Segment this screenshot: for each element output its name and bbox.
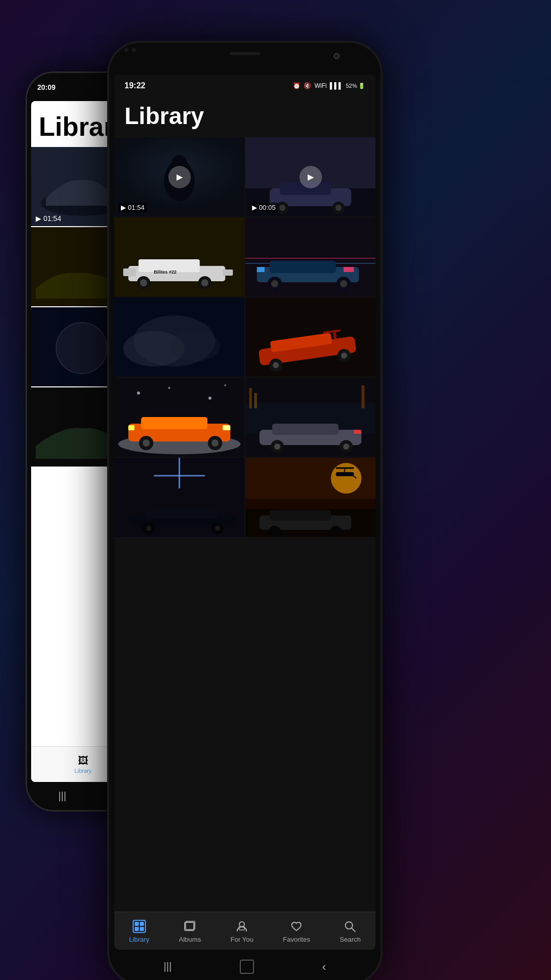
svg-point-23 <box>336 205 342 211</box>
grid-cell-3[interactable]: Bilites #22 <box>114 217 244 297</box>
svg-point-21 <box>280 205 286 211</box>
speaker <box>230 52 260 55</box>
svg-point-82 <box>343 444 349 450</box>
svg-point-42 <box>340 280 347 287</box>
nav-item-library[interactable]: Library <box>129 919 149 943</box>
svg-rect-102 <box>270 510 331 521</box>
grid-cell-9[interactable] <box>114 458 244 537</box>
svg-point-70 <box>209 397 212 400</box>
nav-item-albums[interactable]: Albums <box>179 919 201 943</box>
main-phone: 19:22 ⏰ 🔇 WiFi ▌▌▌ 52%🔋 Library <box>107 41 383 980</box>
svg-point-48 <box>169 331 220 361</box>
grid-cell-2[interactable]: ▶ ▶ 00:05 <box>245 137 375 216</box>
duration-2: ▶ 00:05 <box>249 203 278 212</box>
svg-rect-28 <box>223 270 233 276</box>
svg-rect-109 <box>140 927 144 931</box>
wifi-icon: WiFi <box>314 82 327 89</box>
grid-cell-7[interactable] <box>114 378 244 457</box>
bg-nav-library: Library <box>74 768 92 774</box>
svg-rect-108 <box>135 927 139 931</box>
svg-text:Bilites #22: Bilites #22 <box>154 270 177 275</box>
favorites-icon <box>289 919 304 934</box>
svg-rect-24 <box>114 217 244 297</box>
svg-rect-27 <box>123 268 136 276</box>
app-header: Library <box>114 97 375 137</box>
nav-item-search[interactable]: Search <box>340 919 361 943</box>
svg-rect-66 <box>223 425 231 430</box>
nav-label-foryou: For You <box>231 936 254 943</box>
svg-point-32 <box>202 279 209 286</box>
svg-point-69 <box>168 387 170 389</box>
signal-icon: ▌▌▌ <box>330 82 343 89</box>
battery-icon: 52%🔋 <box>346 83 365 89</box>
svg-rect-83 <box>354 430 362 434</box>
hw-back: ‹ <box>322 960 326 974</box>
bg-nav-multitask: ||| <box>58 790 66 802</box>
nav-label-favorites: Favorites <box>283 936 310 943</box>
svg-point-80 <box>274 444 281 450</box>
svg-rect-106 <box>135 922 139 926</box>
svg-point-71 <box>224 384 227 386</box>
svg-point-90 <box>146 526 152 531</box>
foryou-icon <box>235 919 249 934</box>
svg-rect-67 <box>129 425 135 430</box>
svg-rect-88 <box>146 509 218 519</box>
grid-cell-10[interactable] <box>245 458 375 537</box>
play-button-1[interactable]: ▶ <box>168 166 191 188</box>
svg-rect-96 <box>336 472 354 476</box>
bg-status-time: 20:09 <box>37 83 56 91</box>
svg-rect-43 <box>344 267 354 272</box>
svg-rect-74 <box>249 388 252 408</box>
alarm-icon: ⏰ <box>293 82 300 89</box>
svg-rect-44 <box>257 267 265 272</box>
nav-label-albums: Albums <box>179 936 201 943</box>
hw-home <box>240 960 254 974</box>
svg-rect-76 <box>362 385 365 408</box>
svg-point-8 <box>56 323 107 374</box>
albums-icon <box>183 919 197 934</box>
nav-item-foryou[interactable]: For You <box>231 919 254 943</box>
side-sensors <box>124 48 136 52</box>
svg-point-92 <box>215 526 220 531</box>
svg-point-63 <box>143 439 150 447</box>
svg-rect-78 <box>272 424 339 435</box>
nav-item-favorites[interactable]: Favorites <box>283 919 310 943</box>
svg-point-68 <box>137 391 140 395</box>
svg-rect-75 <box>255 393 257 408</box>
svg-rect-34 <box>245 217 375 297</box>
nav-label-library: Library <box>129 936 149 943</box>
play-button-2[interactable]: ▶ <box>299 166 322 188</box>
svg-point-40 <box>271 280 279 287</box>
app-title: Library <box>124 102 365 130</box>
grid-cell-8[interactable] <box>245 378 375 457</box>
svg-point-30 <box>140 279 147 286</box>
status-bar: 19:22 ⏰ 🔇 WiFi ▌▌▌ 52%🔋 <box>114 75 375 97</box>
phone-screen: 19:22 ⏰ 🔇 WiFi ▌▌▌ 52%🔋 Library <box>114 75 375 950</box>
status-icons: ⏰ 🔇 WiFi ▌▌▌ 52%🔋 <box>293 82 365 89</box>
svg-point-65 <box>212 439 219 447</box>
grid-cell-5[interactable] <box>114 298 244 377</box>
svg-rect-61 <box>141 417 208 429</box>
grid-cell-1[interactable]: ▶ ▶ 01:54 <box>114 137 244 216</box>
svg-line-115 <box>352 928 355 932</box>
search-icon <box>343 919 357 934</box>
photo-grid: ▶ ▶ 01:54 <box>114 137 375 912</box>
nav-label-search: Search <box>340 936 361 943</box>
hw-multitask: ||| <box>164 961 172 972</box>
library-icon <box>132 919 146 934</box>
svg-rect-38 <box>270 261 336 273</box>
grid-cell-6[interactable] <box>245 298 375 377</box>
hardware-nav-bar: ||| ‹ <box>109 950 381 980</box>
grid-cell-4[interactable] <box>245 217 375 297</box>
duration-1: ▶ 01:54 <box>118 203 147 212</box>
mute-icon: 🔇 <box>304 82 311 89</box>
svg-text:▶ 01:54: ▶ 01:54 <box>36 214 61 223</box>
bottom-navigation: Library Albums <box>114 912 375 950</box>
status-time: 19:22 <box>124 81 145 90</box>
front-camera <box>334 53 340 59</box>
svg-rect-107 <box>140 922 144 926</box>
